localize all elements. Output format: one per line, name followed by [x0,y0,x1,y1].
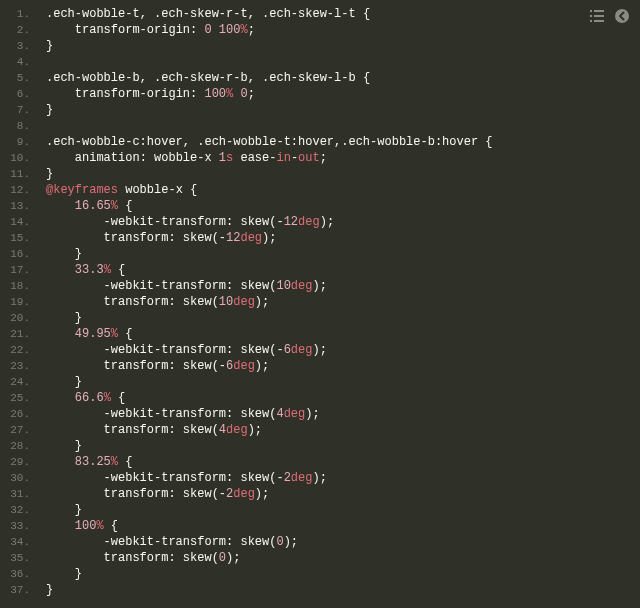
editor-toolbar [590,8,630,24]
line-number: 19. [0,294,30,310]
code-line: } [46,102,640,118]
code-line: animation: wobble-x 1s ease-in-out; [46,150,640,166]
code-line: .ech-wobble-b, .ech-skew-r-b, .ech-skew-… [46,70,640,86]
svg-rect-1 [594,10,604,12]
code-line: } [46,582,640,598]
code-line: transform: skew(-6deg); [46,358,640,374]
code-line: transform: skew(-12deg); [46,230,640,246]
line-number-gutter: 1.2.3.4.5.6.7.8.9.10.11.12.13.14.15.16.1… [0,0,38,608]
code-line: transform: skew(10deg); [46,294,640,310]
svg-rect-4 [590,20,592,22]
code-line: -webkit-transform: skew(-12deg); [46,214,640,230]
line-number: 35. [0,550,30,566]
chevron-left-circle-icon[interactable] [614,8,630,24]
code-line: .ech-wobble-c:hover, .ech-wobble-t:hover… [46,134,640,150]
line-number: 32. [0,502,30,518]
line-number: 16. [0,246,30,262]
line-number: 3. [0,38,30,54]
list-icon[interactable] [590,10,604,22]
code-line: } [46,566,640,582]
code-line: -webkit-transform: skew(-2deg); [46,470,640,486]
line-number: 33. [0,518,30,534]
line-number: 2. [0,22,30,38]
line-number: 4. [0,54,30,70]
code-line: transform: skew(4deg); [46,422,640,438]
code-line: 16.65% { [46,198,640,214]
svg-point-6 [615,9,629,23]
line-number: 5. [0,70,30,86]
line-number: 7. [0,102,30,118]
svg-rect-3 [594,15,604,17]
line-number: 12. [0,182,30,198]
line-number: 29. [0,454,30,470]
line-number: 1. [0,6,30,22]
code-line: @keyframes wobble-x { [46,182,640,198]
svg-rect-2 [590,15,592,17]
code-line: transform-origin: 0 100%; [46,22,640,38]
code-line: } [46,246,640,262]
line-number: 21. [0,326,30,342]
code-line: } [46,502,640,518]
code-line: 66.6% { [46,390,640,406]
line-number: 14. [0,214,30,230]
code-line: -webkit-transform: skew(0); [46,534,640,550]
code-line: } [46,438,640,454]
svg-rect-0 [590,10,592,12]
code-line [46,118,640,134]
code-line: } [46,38,640,54]
line-number: 15. [0,230,30,246]
code-line: } [46,310,640,326]
line-number: 13. [0,198,30,214]
code-line: transform-origin: 100% 0; [46,86,640,102]
line-number: 27. [0,422,30,438]
line-number: 11. [0,166,30,182]
line-number: 22. [0,342,30,358]
code-line: 100% { [46,518,640,534]
code-line: } [46,374,640,390]
line-number: 24. [0,374,30,390]
line-number: 20. [0,310,30,326]
line-number: 6. [0,86,30,102]
line-number: 37. [0,582,30,598]
code-line: 49.95% { [46,326,640,342]
code-line: -webkit-transform: skew(10deg); [46,278,640,294]
code-line: transform: skew(0); [46,550,640,566]
code-line: -webkit-transform: skew(-6deg); [46,342,640,358]
code-line: transform: skew(-2deg); [46,486,640,502]
code-line: .ech-wobble-t, .ech-skew-r-t, .ech-skew-… [46,6,640,22]
code-line: -webkit-transform: skew(4deg); [46,406,640,422]
line-number: 9. [0,134,30,150]
code-editor: 1.2.3.4.5.6.7.8.9.10.11.12.13.14.15.16.1… [0,0,640,608]
line-number: 25. [0,390,30,406]
code-area[interactable]: .ech-wobble-t, .ech-skew-r-t, .ech-skew-… [38,0,640,608]
code-line [46,54,640,70]
line-number: 8. [0,118,30,134]
line-number: 17. [0,262,30,278]
line-number: 30. [0,470,30,486]
svg-rect-5 [594,20,604,22]
line-number: 34. [0,534,30,550]
line-number: 28. [0,438,30,454]
code-line: } [46,166,640,182]
line-number: 26. [0,406,30,422]
line-number: 36. [0,566,30,582]
code-line: 33.3% { [46,262,640,278]
code-line: 83.25% { [46,454,640,470]
line-number: 18. [0,278,30,294]
line-number: 10. [0,150,30,166]
line-number: 31. [0,486,30,502]
line-number: 23. [0,358,30,374]
